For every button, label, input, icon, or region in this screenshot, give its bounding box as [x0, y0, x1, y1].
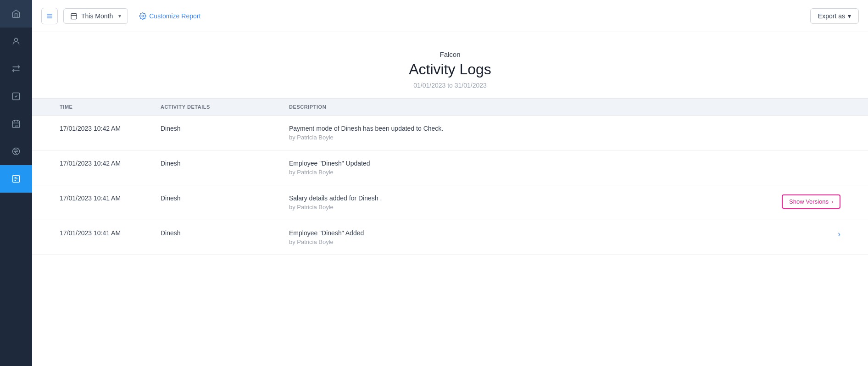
sidebar: 16: [0, 0, 32, 366]
report-container: Falcon Activity Logs 01/01/2023 to 31/01…: [32, 32, 868, 366]
col-header-description: DESCRIPTION: [289, 104, 749, 110]
svg-text:16: 16: [15, 124, 18, 127]
row4-action[interactable]: ›: [749, 229, 840, 239]
row3-activity: Dinesh: [161, 194, 289, 202]
row2-activity: Dinesh: [161, 160, 289, 167]
table-row: 17/01/2023 10:42 AM Dinesh Payment mode …: [32, 116, 868, 150]
row3-time: 17/01/2023 10:41 AM: [60, 194, 161, 202]
export-chevron-icon: ▾: [848, 12, 851, 20]
row3-by-user: by Patricia Boyle: [289, 204, 749, 211]
export-label: Export as: [818, 12, 845, 20]
row3-desc-text: Salary details added for Dinesh .: [289, 194, 749, 202]
sidebar-item-home[interactable]: [0, 0, 32, 28]
report-company: Falcon: [60, 50, 840, 58]
row1-activity: Dinesh: [161, 125, 289, 132]
chevron-down-icon: ▾: [118, 13, 121, 19]
report-dates: 01/01/2023 to 31/01/2023: [60, 82, 840, 89]
row4-desc: Employee "Dinesh" Added by Patricia Boyl…: [289, 229, 749, 245]
col-header-activity: ACTIVITY DETAILS: [161, 104, 289, 110]
table-row: 17/01/2023 10:41 AM Dinesh Employee "Din…: [32, 220, 868, 255]
menu-button[interactable]: [41, 8, 58, 24]
report-header: Falcon Activity Logs 01/01/2023 to 31/01…: [32, 32, 868, 98]
row3-desc: Salary details added for Dinesh . by Pat…: [289, 194, 749, 211]
main-area: This Month ▾ Customize Report Export as …: [32, 0, 868, 366]
svg-point-10: [142, 15, 144, 17]
sidebar-item-rupee[interactable]: [0, 138, 32, 165]
date-filter-label: This Month: [81, 12, 113, 20]
table-row: 17/01/2023 10:42 AM Dinesh Employee "Din…: [32, 150, 868, 185]
sidebar-item-reports[interactable]: [0, 165, 32, 193]
svg-point-0: [15, 38, 18, 41]
customize-label: Customize Report: [149, 12, 200, 20]
table-header: TIME ACTIVITY DETAILS DESCRIPTION: [32, 98, 868, 116]
col-header-action: [749, 104, 840, 110]
row1-desc-text: Payment mode of Dinesh has been updated …: [289, 125, 749, 132]
row2-time: 17/01/2023 10:42 AM: [60, 160, 161, 167]
customize-report-button[interactable]: Customize Report: [134, 9, 206, 23]
svg-rect-9: [71, 13, 77, 19]
date-filter-dropdown[interactable]: This Month ▾: [63, 8, 128, 24]
row3-action[interactable]: Show Versions ›: [749, 194, 840, 209]
export-button[interactable]: Export as ▾: [810, 8, 859, 24]
sidebar-item-calendar[interactable]: 16: [0, 110, 32, 138]
sidebar-item-checklist[interactable]: [0, 83, 32, 110]
content-area: Falcon Activity Logs 01/01/2023 to 31/01…: [32, 32, 868, 366]
toolbar: This Month ▾ Customize Report Export as …: [32, 0, 868, 32]
row1-desc: Payment mode of Dinesh has been updated …: [289, 125, 749, 141]
table-row: 17/01/2023 10:41 AM Dinesh Salary detail…: [32, 185, 868, 220]
row4-activity: Dinesh: [161, 229, 289, 237]
chevron-right-icon: ›: [831, 199, 833, 205]
row1-by-user: by Patricia Boyle: [289, 134, 749, 141]
col-header-time: TIME: [60, 104, 161, 110]
sidebar-item-person[interactable]: [0, 28, 32, 55]
row2-desc-text: Employee "Dinesh" Updated: [289, 160, 749, 167]
row2-by-user: by Patricia Boyle: [289, 169, 749, 176]
report-title: Activity Logs: [60, 61, 840, 78]
show-versions-label: Show Versions: [789, 198, 829, 205]
row1-time: 17/01/2023 10:42 AM: [60, 125, 161, 132]
row4-by-user: by Patricia Boyle: [289, 238, 749, 245]
row2-desc: Employee "Dinesh" Updated by Patricia Bo…: [289, 160, 749, 176]
sidebar-item-transfer[interactable]: [0, 55, 32, 83]
row4-desc-text: Employee "Dinesh" Added: [289, 229, 749, 237]
show-versions-button[interactable]: Show Versions ›: [782, 194, 840, 209]
row4-chevron-right-icon: ›: [838, 229, 840, 239]
row4-time: 17/01/2023 10:41 AM: [60, 229, 161, 237]
